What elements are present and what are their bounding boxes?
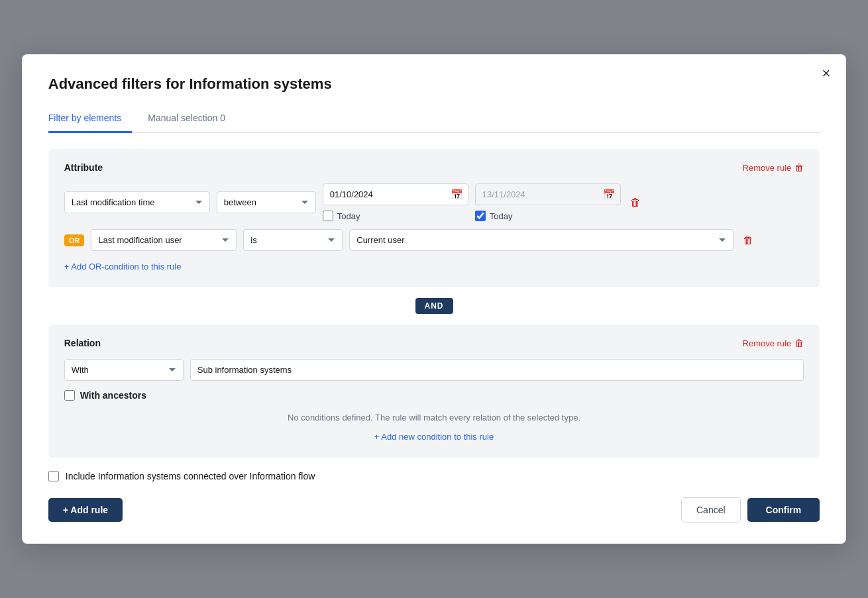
date1-col: 📅 Today	[323, 183, 468, 221]
date2-today-label: Today	[490, 211, 513, 221]
relation-rule-label: Relation	[64, 338, 101, 348]
add-rule-button[interactable]: + Add rule	[48, 498, 123, 522]
ancestors-row: With ancestors	[64, 390, 804, 401]
remove-attribute-rule-label: Remove rule	[743, 163, 792, 173]
date2-today-checkbox[interactable]	[475, 211, 486, 221]
tabs-container: Filter by elements Manual selection 0	[48, 106, 820, 133]
footer-checkbox-row: Include Information systems connected ov…	[48, 471, 820, 481]
date2-input[interactable]	[475, 183, 621, 205]
with-ancestors-checkbox[interactable]	[64, 390, 75, 401]
date1-today-wrap: Today	[323, 211, 468, 221]
add-condition-center: + Add new condition to this rule	[64, 429, 804, 444]
include-info-flow-label: Include Information systems connected ov…	[66, 471, 315, 481]
delete-row2-button[interactable]: 🗑	[740, 232, 756, 249]
relation-input[interactable]	[190, 359, 804, 381]
trash-icon-2: 🗑	[794, 338, 804, 348]
include-info-flow-checkbox[interactable]	[48, 471, 59, 481]
operator-select-2[interactable]: is	[243, 229, 343, 251]
delete-row1-button[interactable]: 🗑	[627, 194, 643, 211]
date1-input-wrap: 📅	[323, 183, 468, 205]
date1-input[interactable]	[323, 183, 468, 205]
attribute-row-1: Last modification time between 📅 Today	[64, 183, 804, 221]
value-select-2[interactable]: Current user	[349, 229, 733, 251]
and-divider: AND	[48, 298, 820, 314]
remove-attribute-rule-button[interactable]: Remove rule 🗑	[743, 162, 804, 173]
attribute-rule-label: Attribute	[64, 162, 103, 173]
remove-relation-rule-label: Remove rule	[743, 338, 792, 348]
date2-col: 📅 Today	[475, 183, 621, 221]
tab-manual-selection[interactable]: Manual selection 0	[148, 106, 236, 133]
attribute-select-1[interactable]: Last modification time	[64, 191, 210, 213]
trash-icon: 🗑	[794, 162, 804, 173]
date1-today-label: Today	[337, 211, 360, 221]
relation-rule-header: Relation Remove rule 🗑	[64, 338, 804, 348]
confirm-button[interactable]: Confirm	[747, 498, 820, 522]
or-badge: OR	[64, 234, 85, 246]
footer-actions: + Add rule Cancel Confirm	[48, 497, 820, 523]
tab-filter-by-elements[interactable]: Filter by elements	[48, 106, 132, 133]
add-new-condition-button[interactable]: + Add new condition to this rule	[374, 429, 494, 444]
modal-dialog: × Advanced filters for Information syste…	[22, 54, 847, 544]
modal-title: Advanced filters for Information systems	[48, 75, 820, 93]
attribute-rule-card: Attribute Remove rule 🗑 Last modificatio…	[48, 149, 820, 287]
add-or-condition-button[interactable]: + Add OR-condition to this rule	[64, 259, 182, 274]
date2-input-wrap: 📅	[475, 183, 621, 205]
close-button[interactable]: ×	[822, 66, 830, 81]
operator-select-1[interactable]: between	[217, 191, 316, 213]
remove-relation-rule-button[interactable]: Remove rule 🗑	[743, 338, 804, 348]
modal-overlay: × Advanced filters for Information syste…	[0, 0, 868, 598]
attribute-select-2[interactable]: Last modification user	[91, 229, 237, 251]
date2-today-wrap: Today	[475, 211, 621, 221]
right-actions: Cancel Confirm	[681, 497, 820, 523]
relation-row: With	[64, 359, 804, 381]
no-conditions-text: No conditions defined. The rule will mat…	[64, 413, 804, 423]
date1-today-checkbox[interactable]	[323, 211, 333, 221]
with-ancestors-label: With ancestors	[80, 390, 146, 401]
and-badge: AND	[415, 298, 453, 314]
attribute-rule-header: Attribute Remove rule 🗑	[64, 162, 804, 173]
attribute-row-2: OR Last modification user is Current use…	[64, 229, 804, 251]
relation-rule-card: Relation Remove rule 🗑 With With ancesto…	[48, 324, 820, 458]
with-select[interactable]: With	[64, 359, 184, 381]
cancel-button[interactable]: Cancel	[681, 497, 741, 523]
